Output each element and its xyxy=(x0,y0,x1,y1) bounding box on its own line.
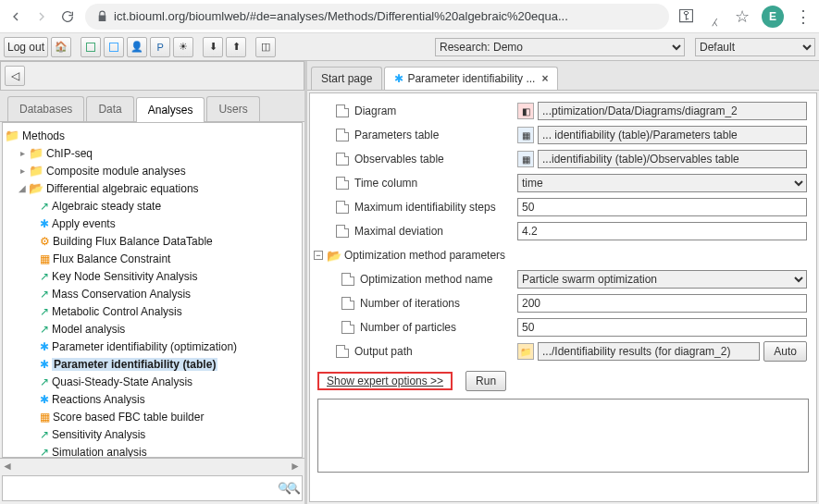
tree-item-flux-table[interactable]: ⚙Building Flux Balance DataTable xyxy=(5,232,300,250)
parameters-form: Diagram ◧...ptimization/Data/Diagrams/di… xyxy=(309,92,817,502)
doc-tab-start[interactable]: Start page xyxy=(311,67,382,90)
star-icon[interactable]: ☆ xyxy=(734,8,751,25)
doc-tab-current[interactable]: ✱Parameter identifiability ...× xyxy=(384,67,558,90)
tree-item-qssa[interactable]: ↗Quasi-Steady-State Analysis xyxy=(5,373,300,390)
row-obs-table: Observables table ▦...identifiability (t… xyxy=(314,147,813,171)
tree-dae[interactable]: ◢📂Differential algebraic equations xyxy=(5,179,300,197)
lock-icon xyxy=(96,10,108,22)
row-diagram: Diagram ◧...ptimization/Data/Diagrams/di… xyxy=(314,99,813,123)
page-icon xyxy=(336,177,349,190)
max-dev-input[interactable] xyxy=(517,222,807,240)
row-num-part: Number of particles xyxy=(314,315,813,339)
layout-2-button[interactable] xyxy=(104,37,124,57)
page-icon xyxy=(341,297,354,310)
row-num-iter: Number of iterations xyxy=(314,291,813,315)
tree-item-algebraic[interactable]: ↗Algebraic steady state xyxy=(5,197,300,215)
page-icon xyxy=(336,129,349,141)
tree-item-score-fbc[interactable]: ▦Score based FBC table builder xyxy=(5,408,300,425)
tree-item-param-table[interactable]: ✱Parameter identifiability (table) xyxy=(5,355,300,373)
collapse-opt-icon[interactable]: − xyxy=(314,251,323,260)
tree-item-reactions[interactable]: ✱Reactions Analysis xyxy=(5,390,300,408)
key-icon[interactable]: ⚿ xyxy=(678,8,695,25)
tree-item-mass[interactable]: ↗Mass Conservation Analysis xyxy=(5,285,300,302)
user-icon-button[interactable]: 👤 xyxy=(127,37,147,57)
page-icon xyxy=(336,225,349,238)
page-icon xyxy=(336,104,349,117)
profile-avatar[interactable]: E xyxy=(762,6,784,28)
tree-item-sensitivity[interactable]: ↗Sensitivity Analysis xyxy=(5,425,300,443)
page-icon xyxy=(336,201,349,214)
tree-item-apply-events[interactable]: ✱Apply events xyxy=(5,215,300,232)
table-type-icon: ▦ xyxy=(517,127,534,143)
sun-button[interactable]: ☀ xyxy=(173,37,193,57)
row-param-table: Parameters table ▦... identifiability (t… xyxy=(314,123,813,147)
diagram-path-field[interactable]: ...ptimization/Data/Diagrams/diagram_2 xyxy=(538,102,807,120)
tab-data[interactable]: Data xyxy=(86,96,133,121)
close-tab-icon[interactable]: × xyxy=(541,72,548,85)
row-max-dev: Maximal deviation xyxy=(314,219,813,243)
upload-button[interactable]: ⬆ xyxy=(226,37,246,57)
tree-item-keynode[interactable]: ↗Key Node Sensitivity Analysis xyxy=(5,267,300,285)
logout-button[interactable]: Log out xyxy=(4,37,48,57)
row-opt-name: Optimization method name Particle swarm … xyxy=(314,267,813,291)
action-buttons-row: Show expert options >> Run xyxy=(317,371,813,391)
num-iter-input[interactable] xyxy=(517,294,807,313)
home-button[interactable]: 🏠 xyxy=(51,37,71,57)
browser-right-icons: ⚿ ⁁ ☆ E ⋮ xyxy=(678,6,812,28)
left-search-box[interactable]: 🔍🔍 xyxy=(2,475,303,501)
translate-icon[interactable]: ⁁ xyxy=(706,8,723,25)
param-table-field[interactable]: ... identifiability (table)/Parameters t… xyxy=(538,126,807,144)
horizontal-scrollbar[interactable]: ◄► xyxy=(0,458,304,473)
left-panel: ◁ Databases Data Analyses Users 📁Methods… xyxy=(0,61,307,504)
tree-item-model[interactable]: ↗Model analysis xyxy=(5,320,300,338)
search-icon[interactable]: 🔍🔍 xyxy=(278,482,296,495)
tab-databases[interactable]: Databases xyxy=(7,96,84,121)
folder-type-icon: 📁 xyxy=(517,343,534,360)
forward-button[interactable] xyxy=(33,8,50,25)
app-toolbar: Log out 🏠 👤 P ☀ ⬇ ⬆ ◫ Research: Demo Def… xyxy=(0,33,819,61)
download-button[interactable]: ⬇ xyxy=(203,37,223,57)
back-button[interactable] xyxy=(7,8,24,25)
research-select[interactable]: Research: Demo xyxy=(435,38,685,56)
page-icon xyxy=(341,321,354,334)
layout-1-button[interactable] xyxy=(81,37,101,57)
page-icon xyxy=(336,153,349,166)
extra-button[interactable]: ◫ xyxy=(255,37,276,57)
tree-composite[interactable]: ▸📁Composite module analyses xyxy=(5,162,300,179)
reload-button[interactable] xyxy=(59,8,76,25)
max-steps-input[interactable] xyxy=(517,198,807,216)
show-expert-options-link[interactable]: Show expert options >> xyxy=(322,372,448,390)
tab-users[interactable]: Users xyxy=(206,96,259,121)
tree-methods[interactable]: 📁Methods xyxy=(5,127,300,144)
workspace: ◁ Databases Data Analyses Users 📁Methods… xyxy=(0,61,819,504)
tree-item-metabolic[interactable]: ↗Metabolic Control Analysis xyxy=(5,302,300,320)
output-path-field[interactable]: .../Identifiability results (for diagram… xyxy=(538,342,760,361)
collapse-left-button[interactable]: ◁ xyxy=(5,66,25,86)
tab-analyses[interactable]: Analyses xyxy=(136,97,205,122)
menu-icon[interactable]: ⋮ xyxy=(795,8,812,25)
row-time-column: Time column time xyxy=(314,171,813,195)
document-tab-bar: Start page ✱Parameter identifiability ..… xyxy=(307,61,819,91)
auto-button[interactable]: Auto xyxy=(763,341,807,362)
p-button[interactable]: P xyxy=(150,37,170,57)
url-text: ict.biouml.org/bioumlweb/#de=analyses/Me… xyxy=(114,9,568,23)
tree-chipseq[interactable]: ▸📁ChIP-seq xyxy=(5,144,300,162)
obs-table-field[interactable]: ...identifiability (table)/Observables t… xyxy=(538,150,807,168)
page-icon xyxy=(341,273,354,286)
opt-method-select[interactable]: Particle swarm optimization xyxy=(517,270,807,289)
tree-item-param-opt[interactable]: ✱Parameter identifiability (optimization… xyxy=(5,338,300,355)
time-column-select[interactable]: time xyxy=(517,174,807,192)
address-bar[interactable]: ict.biouml.org/bioumlweb/#de=analyses/Me… xyxy=(85,4,669,30)
output-log-area[interactable] xyxy=(317,399,809,473)
row-output: Output path 📁.../Identifiability results… xyxy=(314,339,813,363)
row-opt-params: −📂Optimization method parameters xyxy=(314,243,813,267)
tree-item-flux-constraint[interactable]: ▦Flux Balance Constraint xyxy=(5,250,300,267)
run-button[interactable]: Run xyxy=(465,371,506,391)
num-part-input[interactable] xyxy=(517,318,807,337)
perspective-select[interactable]: Default xyxy=(695,38,815,56)
side-tab-bar: Databases Data Analyses Users xyxy=(0,91,304,122)
right-panel: Start page ✱Parameter identifiability ..… xyxy=(307,61,819,504)
page-icon xyxy=(336,345,349,358)
tree-view[interactable]: 📁Methods ▸📁ChIP-seq ▸📁Composite module a… xyxy=(2,122,303,458)
tree-item-simulation[interactable]: ↗Simulation analysis xyxy=(5,443,300,458)
